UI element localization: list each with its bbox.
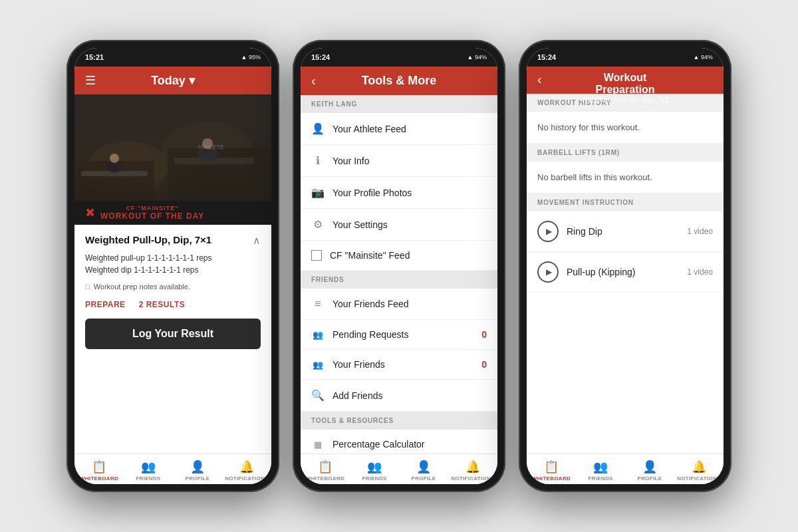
- menu-your-friends[interactable]: 👥 Your Friends 0: [301, 350, 497, 380]
- nav-friends-1[interactable]: 👥 FRIENDS: [124, 460, 173, 481]
- tools-header: ‹ Tools & More: [301, 66, 497, 95]
- person-icon: 👤: [311, 122, 325, 135]
- prep-content: WORKOUT HISTORY No history for this work…: [527, 94, 724, 454]
- list-icon: ≡: [311, 298, 325, 310]
- menu-profile-photos[interactable]: 📷 Your Profile Photos: [301, 177, 497, 209]
- status-time-2: 15:24: [311, 53, 330, 61]
- status-icons-3: ▲ 94%: [694, 54, 713, 61]
- pullup-label: Pull-up (Kipping): [567, 267, 679, 277]
- section-tools: TOOLS & RESOURCES: [301, 412, 497, 430]
- play-ring-dip-button[interactable]: ▶: [537, 221, 559, 242]
- prepare-link[interactable]: PREPARE: [85, 300, 126, 309]
- ring-dip-video-count: 1 video: [687, 227, 713, 236]
- menu-your-info[interactable]: ℹ Your Info: [301, 145, 497, 177]
- cf-badge-small: CF "MAINSITE": [126, 205, 179, 211]
- today-header: ☰ Today ▾: [74, 66, 271, 94]
- info-icon: ℹ: [311, 154, 325, 167]
- movement-ring-dip[interactable]: ▶ Ring Dip 1 video: [527, 211, 724, 252]
- nav-notifications-3[interactable]: 🔔 NOTIFICATIONS: [674, 460, 724, 481]
- bottom-nav-3: 📋 WHITEBOARD 👥 FRIENDS 👤 PROFILE 🔔 NOTIF…: [527, 454, 724, 484]
- workout-title: Weighted Pull-Up, Dip, 7×1: [85, 234, 211, 245]
- cf-badge: ✖ CF "MAINSITE" WORKOUT OF THE DAY: [74, 201, 271, 225]
- nav-whiteboard-2[interactable]: 📋 WHITEBOARD: [301, 460, 350, 481]
- bottom-nav-1: 📋 WHITEBOARD 👥 FRIENDS 👤 PROFILE 🔔 NOTIF…: [74, 454, 271, 484]
- log-result-button[interactable]: Log Your Result: [85, 319, 261, 349]
- workout-note: □ Workout prep notes available.: [85, 283, 261, 291]
- status-time-1: 15:21: [85, 53, 104, 61]
- nav-whiteboard-3[interactable]: 📋 WHITEBOARD: [527, 460, 576, 481]
- play-icon-2: ▶: [546, 267, 552, 277]
- square-icon: [311, 250, 322, 261]
- movement-pullup[interactable]: ▶ Pull-up (Kipping) 1 video: [527, 252, 724, 293]
- prep-subtitle: Weighted Pull-Up, Dip, 7x1: [576, 96, 674, 104]
- section-user: KEITH LANG: [301, 95, 497, 113]
- cf-badge-large: WORKOUT OF THE DAY: [100, 211, 204, 221]
- movement-section-header: MOVEMENT INSTRUCTION: [527, 194, 724, 211]
- friends-icon: 👥: [311, 360, 325, 370]
- gear-icon: ⚙: [311, 218, 325, 231]
- results-link[interactable]: 2 RESULTS: [139, 300, 186, 309]
- nav-notifications-2[interactable]: 🔔 NOTIFICATIONS: [448, 460, 497, 481]
- nav-profile-1[interactable]: 👤 PROFILE: [173, 460, 222, 481]
- today-title: Today ▾: [151, 73, 195, 88]
- prep-title: Workout Preparation: [576, 72, 674, 96]
- bottom-nav-2: 📋 WHITEBOARD 👥 FRIENDS 👤 PROFILE 🔔 NOTIF…: [301, 454, 497, 484]
- ring-dip-label: Ring Dip: [567, 226, 679, 237]
- friend-request-icon: 👥: [311, 330, 325, 340]
- phone-1: 15:21 ▲ 95% ☰ Today ▾: [66, 40, 279, 492]
- menu-add-friends[interactable]: 🔍 Add Friends: [301, 380, 497, 412]
- back-button-3[interactable]: ‹: [537, 72, 542, 87]
- nav-profile-2[interactable]: 👤 PROFILE: [399, 460, 448, 481]
- history-empty: No history for this workout.: [527, 112, 724, 144]
- pending-requests-label: Pending Requests: [332, 329, 473, 340]
- athlete-feed-label: Your Athlete Feed: [332, 124, 487, 134]
- tools-menu-list: KEITH LANG 👤 Your Athlete Feed ℹ Your In…: [301, 95, 497, 454]
- phone-2: 15:24 ▲ 94% ‹ Tools & More KEITH LANG 👤 …: [293, 40, 505, 492]
- phone-3: 15:24 ▲ 94% ‹ Workout Preparation Weight…: [519, 40, 732, 492]
- pullup-video-count: 1 video: [687, 267, 713, 277]
- friends-feed-label: Your Friends Feed: [332, 299, 487, 309]
- percentage-calc-label: Percentage Calculator: [332, 439, 487, 450]
- svg-point-8: [110, 154, 119, 163]
- profile-photos-label: Your Profile Photos: [332, 188, 487, 198]
- add-friends-label: Add Friends: [332, 390, 487, 401]
- camera-icon: 📷: [311, 186, 325, 199]
- nav-friends-3[interactable]: 👥 FRIENDS: [576, 460, 625, 481]
- svg-text:ATHLETE: ATHLETE: [198, 144, 224, 150]
- prep-header: ‹ Workout Preparation Weighted Pull-Up, …: [527, 66, 724, 94]
- play-icon: ▶: [546, 227, 552, 236]
- search-icon: 🔍: [311, 389, 325, 402]
- your-info-label: Your Info: [332, 156, 487, 166]
- calc-icon: ▦: [311, 440, 325, 450]
- friends-badge: 0: [481, 359, 487, 370]
- menu-pending-requests[interactable]: 👥 Pending Requests 0: [301, 320, 497, 350]
- menu-icon[interactable]: ☰: [85, 73, 96, 88]
- svg-rect-4: [168, 148, 271, 201]
- status-time-3: 15:24: [537, 53, 556, 61]
- nav-friends-2[interactable]: 👥 FRIENDS: [350, 460, 399, 481]
- settings-label: Your Settings: [332, 219, 487, 230]
- menu-friends-feed[interactable]: ≡ Your Friends Feed: [301, 289, 497, 320]
- tools-title: Tools & More: [362, 74, 437, 88]
- barbell-section-header: BARBELL LIFTS (1RM): [527, 144, 724, 162]
- workout-card: Weighted Pull-Up, Dip, 7×1 ∧ Weighted pu…: [74, 225, 271, 454]
- barbell-empty: No barbell lifts in this workout.: [527, 162, 724, 194]
- menu-settings[interactable]: ⚙ Your Settings: [301, 209, 497, 241]
- cf-logo-icon: ✖: [85, 205, 95, 220]
- collapse-icon[interactable]: ∧: [253, 234, 261, 247]
- your-friends-label: Your Friends: [332, 359, 473, 370]
- workout-image: ATHLETE: [74, 94, 271, 201]
- status-icons-1: ▲ 95%: [241, 54, 261, 61]
- nav-notifications-1[interactable]: 🔔 NOTIFICATIONS: [222, 460, 271, 481]
- back-button[interactable]: ‹: [311, 73, 316, 88]
- status-icons-2: ▲ 94%: [467, 54, 487, 61]
- menu-athlete-feed[interactable]: 👤 Your Athlete Feed: [301, 113, 497, 145]
- pending-badge: 0: [481, 329, 487, 340]
- nav-profile-3[interactable]: 👤 PROFILE: [625, 460, 674, 481]
- nav-whiteboard-1[interactable]: 📋 WHITEBOARD: [74, 460, 124, 481]
- workout-description: Weighted pull-up 1-1-1-1-1-1-1 reps Weig…: [85, 252, 261, 276]
- menu-percentage-calc[interactable]: ▦ Percentage Calculator: [301, 430, 497, 454]
- play-pullup-button[interactable]: ▶: [537, 261, 559, 283]
- cf-mainsite-label: CF "Mainsite" Feed: [330, 250, 487, 261]
- menu-cf-mainsite[interactable]: CF "Mainsite" Feed: [301, 241, 497, 271]
